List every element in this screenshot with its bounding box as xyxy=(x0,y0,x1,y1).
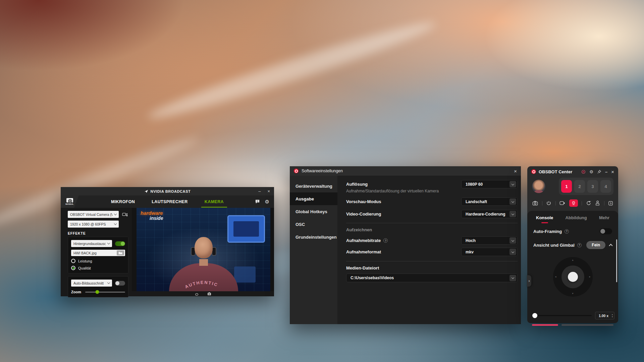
collapse-chevron-icon[interactable] xyxy=(609,244,612,247)
bitrate-dropdown[interactable]: Hoch xyxy=(461,236,518,245)
zoom-value: 1.00 x xyxy=(595,314,612,318)
tab-abbildung[interactable]: Abbildung xyxy=(565,215,587,223)
feedback-icon[interactable] xyxy=(255,199,260,204)
tab-konsole[interactable]: Konsole xyxy=(536,215,553,223)
virtual-display-icon[interactable] xyxy=(559,201,565,205)
video-encoding-dropdown[interactable]: Hardware-Codierung xyxy=(461,210,518,218)
resolution-sublabel: Aufnahme/Standardauflösung der virtuelle… xyxy=(346,189,461,193)
nvidia-titlebar[interactable]: NVIDIA BROADCAST – × xyxy=(61,187,274,195)
settings-gear-icon[interactable]: ⚙ xyxy=(265,199,269,204)
webcam-active-icon[interactable] xyxy=(569,199,578,207)
joystick-knob[interactable] xyxy=(568,272,578,282)
pin-icon[interactable] xyxy=(597,170,601,174)
effect-select[interactable]: Hintergrundaustausch xyxy=(71,240,112,247)
divider xyxy=(555,201,556,205)
divider xyxy=(582,201,582,205)
settings-main: Auflösung Aufnahme/Standardauflösung der… xyxy=(337,176,521,324)
settings-titlebar[interactable]: Softwareeinstellungen × xyxy=(290,166,521,176)
chevron-down-icon xyxy=(107,242,110,244)
record-icon[interactable] xyxy=(581,170,586,174)
resolution-select[interactable]: 644 x 362 @ 60FPS xyxy=(68,221,119,228)
tab-mikrofon[interactable]: MIKROFON xyxy=(108,196,138,207)
minimize-button[interactable]: – xyxy=(258,187,261,195)
tab-lautsprecher[interactable]: LAUTSPRECHER xyxy=(148,196,191,207)
format-label: Aufnahmeformat xyxy=(346,249,461,254)
user-avatar[interactable] xyxy=(532,180,545,193)
snapshot-icon[interactable] xyxy=(532,201,538,206)
help-icon[interactable]: ? xyxy=(565,229,569,234)
help-icon[interactable]: ? xyxy=(577,243,582,247)
zoom-slider-knob[interactable] xyxy=(532,313,537,318)
broadcast-icon xyxy=(144,189,148,193)
camera-preview-area: hardware inside AUTHENTIC xyxy=(132,208,274,296)
help-icon[interactable]: ? xyxy=(383,238,388,243)
background-file-field[interactable]: HWI BACK.jpg xyxy=(71,250,125,256)
format-dropdown[interactable]: mkv xyxy=(461,248,518,256)
media-location-label: Medien-Dateiort xyxy=(346,265,518,270)
preset-button-1[interactable]: 1 xyxy=(561,180,572,193)
gimbal-joystick[interactable]: ▴ ▾ ◂ ▸ xyxy=(553,257,593,297)
joystick-left-arrow[interactable]: ◂ xyxy=(555,276,556,278)
preset-button-2[interactable]: 2 xyxy=(574,180,585,193)
close-button[interactable]: × xyxy=(611,169,614,175)
sidebar-item-grundeinstellungen[interactable]: Grundeinstellungen xyxy=(290,231,337,243)
camera-device-select[interactable]: OBSBOT Virtual Camera (Windows xyxy=(68,211,119,218)
person-webcam: AUTHENTIC xyxy=(167,228,240,291)
divider xyxy=(346,223,518,223)
preview-mode-dropdown[interactable]: Landschaft xyxy=(461,197,518,206)
close-button[interactable]: × xyxy=(514,169,517,174)
chevron-down-icon xyxy=(509,275,516,281)
minimize-button[interactable]: – xyxy=(605,169,607,174)
mirror-flip-icon[interactable] xyxy=(195,292,199,296)
obsbot-toolbar xyxy=(532,199,613,207)
auto-crop-toggle[interactable] xyxy=(115,281,125,286)
radio-qualitaet[interactable]: Qualität xyxy=(71,266,125,270)
joystick-right-arrow[interactable]: ▸ xyxy=(589,276,590,278)
snapshot-camera-icon[interactable] xyxy=(207,292,211,296)
reset-rotate-icon[interactable] xyxy=(586,200,591,206)
zoom-slider-knob[interactable] xyxy=(95,290,99,294)
settings-window-title: Softwareeinstellungen xyxy=(302,169,343,173)
resolution-dropdown[interactable]: 1080P 60 xyxy=(461,180,518,188)
tab-kamera[interactable]: KAMERA xyxy=(201,196,227,207)
resolution-label: Auflösung xyxy=(346,182,461,187)
step-down-icon[interactable]: ▾ xyxy=(612,316,613,318)
nvidia-window-title: NVIDIA BROADCAST xyxy=(61,189,274,193)
radio-leistung[interactable]: Leistung xyxy=(71,259,125,263)
browse-folder-button[interactable] xyxy=(117,250,124,255)
chevron-down-icon xyxy=(114,222,117,225)
joystick-up-arrow[interactable]: ▴ xyxy=(572,259,573,261)
sidebar-item-global-hotkeys[interactable]: Global Hotkeys xyxy=(290,205,337,218)
divider xyxy=(542,201,542,205)
scrollbar[interactable] xyxy=(616,239,617,282)
obsbot-titlebar[interactable]: OBSBOT Center ⚙ – × xyxy=(527,166,618,177)
divider xyxy=(346,261,518,261)
preset-button-4[interactable]: 4 xyxy=(600,180,611,193)
preset-button-3[interactable]: 3 xyxy=(587,180,598,193)
zoom-stepper[interactable]: ▴ ▾ xyxy=(612,313,614,318)
side-panel-handle[interactable]: › xyxy=(527,275,531,287)
effect-toggle[interactable] xyxy=(115,241,125,246)
hardware-inside-logo: hardware inside xyxy=(141,210,163,221)
power-icon[interactable] xyxy=(546,200,551,206)
fein-mode-button[interactable]: Fein xyxy=(586,241,605,249)
joystick-down-arrow[interactable]: ▾ xyxy=(572,292,573,295)
sidebar-item-geraeteverwaltung[interactable]: Geräteverwaltung xyxy=(290,180,337,192)
auto-crop-select[interactable]: Auto-Bildausschnitt xyxy=(71,280,112,287)
camera-settings-icon[interactable] xyxy=(122,212,128,217)
step-up-icon[interactable]: ▴ xyxy=(612,313,613,315)
auto-framing-toggle[interactable] xyxy=(600,228,612,234)
gimbal-device-icon[interactable] xyxy=(595,200,600,206)
sidebar-item-osc[interactable]: OSC xyxy=(290,218,337,231)
expand-panel-icon[interactable] xyxy=(608,201,613,206)
zoom-slider-track[interactable] xyxy=(537,315,592,316)
effect-group: Hintergrundaustausch HWI BACK.jpg Leistu… xyxy=(68,237,128,274)
settings-gear-icon[interactable]: ⚙ xyxy=(589,170,593,174)
media-location-dropdown[interactable]: C:\Users\sebas\Videos xyxy=(346,274,518,282)
wallpaper-streak xyxy=(145,14,438,126)
close-button[interactable]: × xyxy=(267,187,270,195)
sidebar-item-ausgabe[interactable]: Ausgabe xyxy=(290,192,337,205)
software-settings-window: Softwareeinstellungen × Geräteverwaltung… xyxy=(290,166,521,324)
tab-mehr[interactable]: Mehr xyxy=(599,215,609,223)
zoom-slider[interactable] xyxy=(85,292,125,293)
